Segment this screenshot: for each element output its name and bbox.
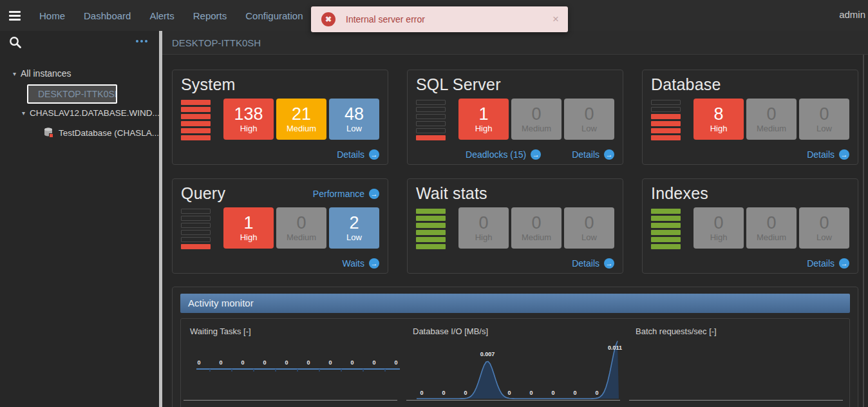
- tile-medium[interactable]: 0 Medium: [511, 99, 561, 140]
- severity-bars-icon: [651, 209, 681, 249]
- card-wait-stats: Wait stats 0 High 0 Medium 0 Low: [407, 178, 623, 274]
- tile-medium[interactable]: 21 Medium: [276, 99, 326, 140]
- arrow-circle-icon: →: [531, 149, 541, 160]
- card-query: Query Performance→ 1 High 0 Medium 2: [172, 178, 388, 274]
- tile-value: 0: [819, 214, 829, 232]
- tile-label: Medium: [757, 232, 786, 242]
- arrow-circle-icon: →: [839, 149, 849, 160]
- nav-home[interactable]: Home: [39, 10, 65, 21]
- collapse-triangle-icon: ▾: [22, 109, 25, 117]
- card-title: Wait stats: [416, 184, 487, 203]
- tile-high[interactable]: 8 High: [693, 99, 744, 140]
- tile-medium[interactable]: 0 Medium: [276, 207, 326, 249]
- tile-value: 0: [296, 214, 306, 232]
- tile-label: High: [240, 124, 258, 133]
- severity-bars-icon: [181, 209, 211, 249]
- card-sql-server: SQL Server 1 High 0 Medium 0 Low: [407, 70, 623, 165]
- tile-low[interactable]: 0 Low: [799, 99, 849, 140]
- breadcrumb-bar: DESKTOP-ITTK0SH: [162, 31, 868, 55]
- svg-text:0: 0: [197, 359, 200, 366]
- svg-text:0.007: 0.007: [480, 351, 495, 357]
- tile-value: 2: [349, 214, 359, 232]
- tree-label: DESKTOP-ITTK0SH: [38, 89, 117, 99]
- tile-value: 0: [584, 214, 594, 232]
- link-label: Waits: [343, 258, 364, 269]
- link-details[interactable]: Details→: [807, 258, 849, 269]
- link-deadlocks-15[interactable]: Deadlocks (15)→: [466, 149, 541, 160]
- collapse-triangle-icon: ▾: [13, 70, 16, 77]
- menu-icon[interactable]: [9, 9, 21, 23]
- chart-title: Batch requests/sec [-]: [636, 327, 849, 336]
- nav-configuration[interactable]: Configuration: [245, 10, 303, 21]
- link-details[interactable]: Details→: [572, 149, 614, 160]
- tile-label: High: [710, 124, 728, 133]
- tile-label: Medium: [287, 124, 316, 133]
- link-waits[interactable]: Waits→: [343, 258, 379, 269]
- tile-medium[interactable]: 0 Medium: [511, 207, 561, 249]
- tile-label: Low: [346, 124, 362, 133]
- svg-text:0: 0: [394, 359, 397, 366]
- svg-text:0: 0: [285, 359, 288, 366]
- arrow-circle-icon: →: [839, 258, 849, 269]
- link-details[interactable]: Details→: [337, 149, 379, 160]
- toast-close-icon[interactable]: ×: [552, 13, 559, 26]
- svg-text:0: 0: [464, 390, 467, 396]
- tile-low[interactable]: 2 Low: [329, 207, 379, 249]
- svg-text:0.011: 0.011: [608, 345, 622, 351]
- tile-medium[interactable]: 0 Medium: [746, 99, 797, 140]
- tree-item-all-instances[interactable]: ▾ All instances: [13, 68, 71, 79]
- nav-reports[interactable]: Reports: [193, 10, 227, 21]
- tree-item-desktop-ittk0sh[interactable]: DESKTOP-ITTK0SH: [27, 84, 117, 104]
- search-icon[interactable]: [8, 35, 23, 50]
- link-label: Deadlocks (15): [466, 149, 526, 160]
- nav-dashboard[interactable]: Dashboard: [84, 10, 131, 21]
- link-details[interactable]: Details→: [572, 258, 614, 269]
- tree-label: All instances: [21, 68, 71, 79]
- link-details[interactable]: Details→: [807, 149, 849, 160]
- nav-alerts[interactable]: Alerts: [149, 10, 174, 21]
- svg-text:0: 0: [219, 359, 222, 366]
- tile-low[interactable]: 0 Low: [564, 207, 614, 249]
- severity-bars-icon: [181, 100, 211, 140]
- tile-value: 0: [584, 105, 594, 123]
- user-menu[interactable]: admin: [839, 9, 865, 20]
- tile-high[interactable]: 0 High: [693, 207, 744, 249]
- card-indexes: Indexes 0 High 0 Medium 0 Low: [642, 178, 858, 274]
- tile-value: 0: [478, 214, 488, 232]
- link-label: Details: [807, 149, 835, 160]
- tile-high[interactable]: 0 High: [458, 207, 509, 249]
- link-label: Details: [572, 258, 599, 269]
- tile-low[interactable]: 48 Low: [329, 99, 379, 140]
- svg-text:0: 0: [350, 359, 354, 366]
- tile-high[interactable]: 1 High: [458, 99, 509, 140]
- tree-item-chaslav12[interactable]: ▾ CHASLAV12.DATABASE.WIND...: [22, 108, 160, 118]
- tile-low[interactable]: 0 Low: [564, 99, 614, 140]
- card-title: Indexes: [651, 184, 708, 203]
- tile-label: Medium: [757, 124, 786, 133]
- more-options-icon[interactable]: [136, 40, 147, 43]
- link-performance[interactable]: Performance→: [313, 189, 379, 199]
- tile-low[interactable]: 0 Low: [799, 207, 849, 249]
- tile-value: 0: [713, 214, 723, 232]
- tile-label: Low: [816, 124, 832, 133]
- svg-text:0: 0: [551, 390, 554, 396]
- tile-label: High: [240, 232, 258, 242]
- tile-label: Low: [581, 124, 597, 133]
- chart-title: Waiting Tasks [-]: [190, 327, 404, 336]
- card-title: Query: [181, 184, 225, 203]
- chart-title: Database I/O [MB/s]: [413, 327, 627, 336]
- chart-batch-requests: Batch requests/sec [-]: [627, 319, 849, 407]
- tree-label: CHASLAV12.DATABASE.WIND...: [30, 108, 160, 118]
- card-database: Database 8 High 0 Medium 0 Low: [642, 70, 858, 165]
- tile-value: 138: [234, 105, 263, 123]
- tile-high[interactable]: 138 High: [223, 99, 274, 140]
- tile-value: 21: [292, 105, 311, 123]
- link-label: Details: [337, 149, 364, 160]
- tile-high[interactable]: 1 High: [223, 207, 274, 249]
- error-circle-x-icon: ✖: [321, 12, 335, 26]
- tile-medium[interactable]: 0 Medium: [746, 207, 797, 249]
- card-title: Database: [651, 75, 721, 94]
- svg-text:0: 0: [420, 390, 423, 396]
- main-content: DESKTOP-ITTK0SH System 138 High 21 Mediu…: [162, 31, 868, 407]
- tree-item-testdatabase[interactable]: TestDatabase (CHASLA...: [44, 128, 159, 138]
